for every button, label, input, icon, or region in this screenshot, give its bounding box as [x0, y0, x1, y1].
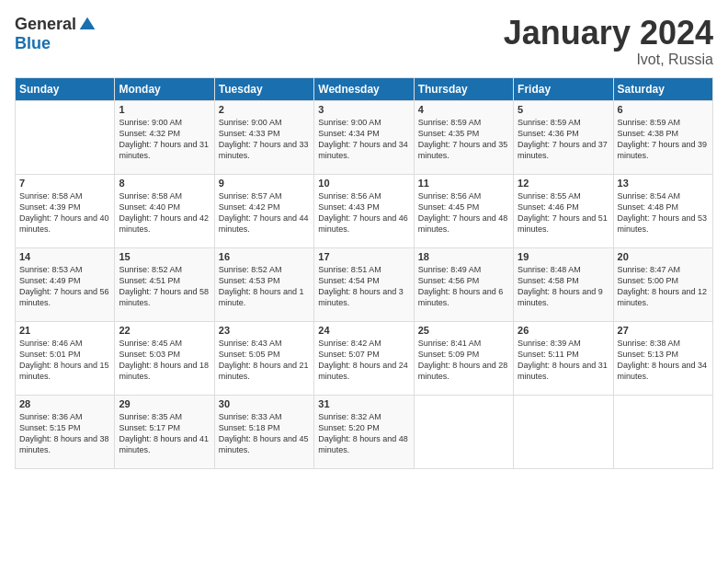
calendar-table: Sunday Monday Tuesday Wednesday Thursday…: [15, 77, 713, 469]
cell-content: Sunrise: 8:56 AMSunset: 4:43 PMDaylight:…: [318, 190, 409, 236]
cell-content: Sunrise: 8:54 AMSunset: 4:48 PMDaylight:…: [618, 190, 709, 236]
cell-w0-d5: 5 Sunrise: 8:59 AMSunset: 4:36 PMDayligh…: [514, 100, 613, 174]
cell-content: Sunrise: 8:58 AMSunset: 4:40 PMDaylight:…: [119, 190, 210, 236]
day-number: 7: [19, 178, 110, 189]
header-row: Sunday Monday Tuesday Wednesday Thursday…: [16, 77, 713, 100]
day-number: 19: [518, 251, 609, 262]
day-number: 28: [19, 398, 110, 409]
cell-w3-d1: 22 Sunrise: 8:45 AMSunset: 5:03 PMDaylig…: [115, 321, 214, 395]
day-number: 20: [618, 251, 709, 262]
day-number: 21: [19, 325, 110, 336]
cell-content: Sunrise: 8:52 AMSunset: 4:53 PMDaylight:…: [219, 264, 310, 309]
cell-w0-d1: 1 Sunrise: 9:00 AMSunset: 4:32 PMDayligh…: [115, 100, 214, 174]
cell-content: Sunrise: 8:38 AMSunset: 5:13 PMDaylight:…: [618, 338, 709, 383]
col-wednesday: Wednesday: [314, 77, 414, 100]
cell-w4-d5: [514, 395, 613, 468]
cell-content: Sunrise: 8:58 AMSunset: 4:39 PMDaylight:…: [19, 190, 110, 236]
cell-content: Sunrise: 8:56 AMSunset: 4:45 PMDaylight:…: [418, 190, 509, 236]
cell-w1-d3: 10 Sunrise: 8:56 AMSunset: 4:43 PMDaylig…: [314, 174, 414, 247]
cell-content: Sunrise: 8:59 AMSunset: 4:38 PMDaylight:…: [618, 117, 709, 162]
day-number: 3: [318, 104, 409, 115]
day-number: 1: [119, 104, 210, 115]
day-number: 10: [318, 178, 409, 189]
cell-content: Sunrise: 8:33 AMSunset: 5:18 PMDaylight:…: [219, 411, 310, 456]
cell-w4-d4: [414, 395, 513, 468]
cell-content: Sunrise: 8:42 AMSunset: 5:07 PMDaylight:…: [318, 338, 409, 383]
day-number: 2: [219, 104, 310, 115]
cell-content: Sunrise: 8:47 AMSunset: 5:00 PMDaylight:…: [618, 264, 709, 309]
cell-content: Sunrise: 8:59 AMSunset: 4:35 PMDaylight:…: [418, 117, 509, 162]
cell-w0-d0: [16, 100, 115, 174]
cell-content: Sunrise: 8:57 AMSunset: 4:42 PMDaylight:…: [219, 190, 310, 236]
cell-w2-d5: 19 Sunrise: 8:48 AMSunset: 4:58 PMDaylig…: [514, 247, 613, 321]
day-number: 30: [219, 398, 310, 409]
day-number: 17: [318, 251, 409, 262]
cell-content: Sunrise: 8:53 AMSunset: 4:49 PMDaylight:…: [19, 264, 110, 309]
day-number: 9: [219, 178, 310, 189]
cell-w4-d1: 29 Sunrise: 8:35 AMSunset: 5:17 PMDaylig…: [115, 395, 214, 468]
cell-content: Sunrise: 9:00 AMSunset: 4:32 PMDaylight:…: [119, 117, 210, 162]
cell-w1-d5: 12 Sunrise: 8:55 AMSunset: 4:46 PMDaylig…: [514, 174, 613, 247]
cell-w2-d0: 14 Sunrise: 8:53 AMSunset: 4:49 PMDaylig…: [16, 247, 115, 321]
cell-content: Sunrise: 8:51 AMSunset: 4:54 PMDaylight:…: [318, 264, 409, 309]
day-number: 5: [518, 104, 609, 115]
day-number: 11: [418, 178, 509, 189]
cell-w3-d4: 25 Sunrise: 8:41 AMSunset: 5:09 PMDaylig…: [414, 321, 513, 395]
day-number: 13: [618, 178, 709, 189]
cell-content: Sunrise: 9:00 AMSunset: 4:33 PMDaylight:…: [219, 117, 310, 162]
cell-w4-d3: 31 Sunrise: 8:32 AMSunset: 5:20 PMDaylig…: [314, 395, 414, 468]
cell-content: Sunrise: 8:59 AMSunset: 4:36 PMDaylight:…: [518, 117, 609, 162]
week-row-2: 14 Sunrise: 8:53 AMSunset: 4:49 PMDaylig…: [16, 247, 713, 321]
cell-content: Sunrise: 8:36 AMSunset: 5:15 PMDaylight:…: [19, 411, 110, 456]
cell-content: Sunrise: 8:32 AMSunset: 5:20 PMDaylight:…: [318, 411, 409, 456]
week-row-4: 28 Sunrise: 8:36 AMSunset: 5:15 PMDaylig…: [16, 395, 713, 468]
day-number: 25: [418, 325, 509, 336]
cell-w2-d2: 16 Sunrise: 8:52 AMSunset: 4:53 PMDaylig…: [214, 247, 313, 321]
month-title: January 2024: [504, 15, 713, 52]
cell-w0-d6: 6 Sunrise: 8:59 AMSunset: 4:38 PMDayligh…: [613, 100, 712, 174]
cell-w1-d4: 11 Sunrise: 8:56 AMSunset: 4:45 PMDaylig…: [414, 174, 513, 247]
day-number: 29: [119, 398, 210, 409]
col-friday: Friday: [514, 77, 613, 100]
cell-w1-d0: 7 Sunrise: 8:58 AMSunset: 4:39 PMDayligh…: [16, 174, 115, 247]
cell-content: Sunrise: 8:41 AMSunset: 5:09 PMDaylight:…: [418, 338, 509, 383]
cell-content: Sunrise: 8:39 AMSunset: 5:11 PMDaylight:…: [518, 338, 609, 383]
cell-content: Sunrise: 8:55 AMSunset: 4:46 PMDaylight:…: [518, 190, 609, 236]
cell-content: Sunrise: 8:35 AMSunset: 5:17 PMDaylight:…: [119, 411, 210, 456]
cell-w1-d2: 9 Sunrise: 8:57 AMSunset: 4:42 PMDayligh…: [214, 174, 313, 247]
cell-w0-d2: 2 Sunrise: 9:00 AMSunset: 4:33 PMDayligh…: [214, 100, 313, 174]
day-number: 22: [119, 325, 210, 336]
cell-w2-d6: 20 Sunrise: 8:47 AMSunset: 5:00 PMDaylig…: [613, 247, 712, 321]
day-number: 18: [418, 251, 509, 262]
day-number: 31: [318, 398, 409, 409]
col-saturday: Saturday: [613, 77, 712, 100]
cell-content: Sunrise: 9:00 AMSunset: 4:34 PMDaylight:…: [318, 117, 409, 162]
cell-w0-d4: 4 Sunrise: 8:59 AMSunset: 4:35 PMDayligh…: [414, 100, 513, 174]
cell-content: Sunrise: 8:46 AMSunset: 5:01 PMDaylight:…: [19, 338, 110, 383]
cell-w4-d2: 30 Sunrise: 8:33 AMSunset: 5:18 PMDaylig…: [214, 395, 313, 468]
col-thursday: Thursday: [414, 77, 513, 100]
day-number: 24: [318, 325, 409, 336]
day-number: 8: [119, 178, 210, 189]
day-number: 15: [119, 251, 210, 262]
logo-icon: [78, 16, 97, 34]
cell-w0-d3: 3 Sunrise: 9:00 AMSunset: 4:34 PMDayligh…: [314, 100, 414, 174]
day-number: 14: [19, 251, 110, 262]
cell-w3-d3: 24 Sunrise: 8:42 AMSunset: 5:07 PMDaylig…: [314, 321, 414, 395]
day-number: 23: [219, 325, 310, 336]
day-number: 16: [219, 251, 310, 262]
svg-marker-0: [80, 17, 96, 29]
header: General Blue January 2024 Ivot, Russia: [15, 15, 713, 68]
cell-w3-d5: 26 Sunrise: 8:39 AMSunset: 5:11 PMDaylig…: [514, 321, 613, 395]
cell-content: Sunrise: 8:48 AMSunset: 4:58 PMDaylight:…: [518, 264, 609, 309]
cell-content: Sunrise: 8:49 AMSunset: 4:56 PMDaylight:…: [418, 264, 509, 309]
week-row-1: 7 Sunrise: 8:58 AMSunset: 4:39 PMDayligh…: [16, 174, 713, 247]
logo-blue: Blue: [15, 34, 51, 53]
cell-w3-d2: 23 Sunrise: 8:43 AMSunset: 5:05 PMDaylig…: [214, 321, 313, 395]
col-tuesday: Tuesday: [214, 77, 313, 100]
cell-w1-d6: 13 Sunrise: 8:54 AMSunset: 4:48 PMDaylig…: [613, 174, 712, 247]
cell-w4-d6: [613, 395, 712, 468]
cell-w1-d1: 8 Sunrise: 8:58 AMSunset: 4:40 PMDayligh…: [115, 174, 214, 247]
cell-w2-d4: 18 Sunrise: 8:49 AMSunset: 4:56 PMDaylig…: [414, 247, 513, 321]
logo: General Blue: [15, 15, 97, 53]
